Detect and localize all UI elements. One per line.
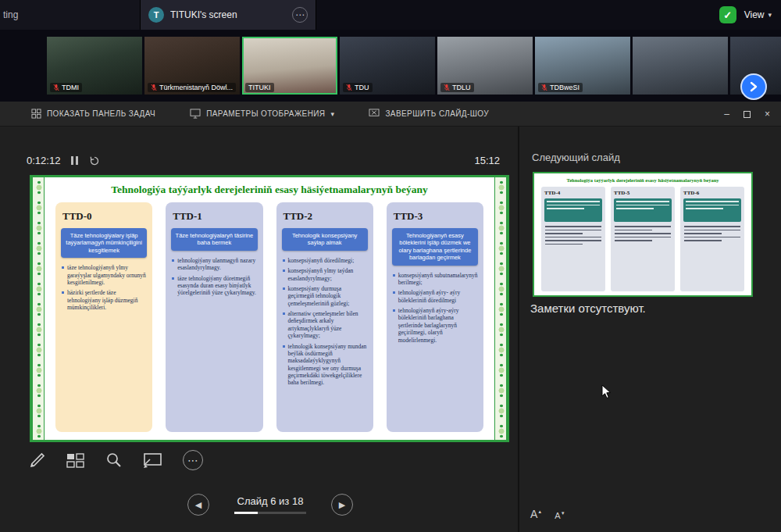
participant-name: Türkmenistanyň Döwl... [159,84,233,91]
mic-muted-icon [151,84,157,91]
previous-slide-button[interactable]: ◀ [187,494,209,516]
display-settings-button[interactable]: ПАРАМЕТРЫ ОТОБРАЖЕНИЯ ▾ [190,109,334,119]
column-header: TTD-4 [544,190,602,196]
font-down-icon: ▼ [561,511,565,516]
elapsed-time: 0:12:12 [27,155,60,166]
participant-video[interactable]: TDU [340,37,435,95]
show-taskbar-button[interactable]: ПОКАЗАТЬ ПАНЕЛЬ ЗАДАЧ [31,109,155,119]
filmstrip-next-page-button[interactable] [740,73,767,100]
increase-notes-font-button[interactable]: A▲ [530,508,542,520]
font-up-label: A [530,508,537,520]
column-subtitle-box: Tehnologik konsepsiýany saýlap almak [282,228,368,251]
end-slideshow-icon [369,109,380,119]
next-slide-title: Tehnologiýa taýýarlyk derejeleriniň esas… [539,177,747,183]
next-slide-column-ttd4: TTD-4 [541,187,605,291]
column-header: TTD-2 [284,210,368,223]
slide-ornament-right [494,177,507,440]
zoom-slide-button[interactable] [105,451,123,470]
bullet-item: tehnologik konsepsiýany mundan beýläk ös… [282,343,368,387]
participant-video[interactable]: TDBweSI [535,37,630,95]
participant-video[interactable]: TDLU [437,37,533,95]
tab-bar-spacer [316,0,719,30]
slide-ornament-left [32,177,45,440]
pause-timer-button[interactable] [71,156,78,165]
maximize-button[interactable] [744,111,751,118]
bullet-item: täze tehnologiýany döretmegiň esasynda d… [171,275,257,297]
next-slide-column-ttd6: TTD-6 [680,187,744,291]
tab-shared-screen[interactable]: T TITUKI's screen ⋯ [141,0,316,30]
view-label: View [744,9,765,20]
slide-column-ttd3: TTD-3 Tehnologiýanyň esasy böleklerini i… [387,202,483,432]
bullet-item: tehnologiýanyň aýry- aýry bölekleriniň d… [392,289,478,304]
arrow-left-icon: ◀ [195,500,201,510]
black-screen-button[interactable] [142,451,164,470]
participant-video[interactable]: TDMI [47,37,142,95]
participant-name: TDBweSI [550,84,580,91]
tab-shared-screen-label: TITUKI's screen [170,9,286,20]
pen-tool-button[interactable] [28,451,47,470]
mic-muted-icon [346,84,352,91]
minimize-button[interactable]: – [724,109,729,120]
participant-name: TITUKI [248,84,271,91]
bullet-item: konsepsiýanyň ylmy taýdan esaslandyrylma… [282,267,368,282]
tab-avatar: T [148,7,164,23]
bullet-item: täze tehnologiýanyň ylmy garaýyşlar ulga… [61,264,147,286]
column-bullet-list: konsepsiýanyň döredilmegi; konsepsiýanyň… [282,257,368,390]
end-slideshow-button[interactable]: ЗАВЕРШИТЬ СЛАЙД-ШОУ [369,109,489,119]
next-slide-button[interactable]: ▶ [331,494,353,516]
column-bullet-list: tehnologiýany ulanmagyň nazary esaslandy… [171,257,257,300]
chevron-down-icon: ▾ [768,11,772,19]
next-slide-thumbnail[interactable]: Tehnologiýa taýýarlyk derejeleriniň esas… [533,172,753,297]
current-time: 15:12 [474,155,500,166]
participant-name-badge: TDMI [50,83,82,92]
column-subtitle-box: Täze tehnologiýalary işläp taýýarlamagyň… [61,228,147,258]
slideshow-tools: ⋯ [28,450,203,470]
next-slide-column-ttd5: TTD-5 [611,187,675,291]
bullet-item: alternatiw çemeleşmeler bilen deňeşdirme… [282,310,368,340]
column-subtitle-box [683,198,741,222]
bullet-item: häzirki şertlerde täze tehnologiýany işl… [61,289,147,311]
mic-muted-icon [53,84,59,91]
participant-name: TDLU [452,84,471,91]
column-subtitle-box [614,198,672,222]
more-options-button[interactable]: ⋯ [183,450,203,470]
restart-timer-button[interactable] [89,155,100,166]
check-icon: ✓ [723,9,732,21]
participant-name-badge: TDLU [440,83,474,92]
slide-progress-bar [234,512,306,514]
column-header: TTD-3 [394,210,478,223]
notes-placeholder: Заметки отсутствуют. [530,302,646,315]
close-button[interactable]: × [765,109,770,120]
view-menu-button[interactable]: View ▾ [744,9,772,20]
column-subtitle-box: Täze tehnologiýalaryň täsirine baha berm… [171,228,257,251]
participant-video-cropped[interactable] [633,37,728,95]
column-header: TTD-6 [683,190,741,196]
slide-progress-fill [234,512,258,514]
bullet-item: tehnologiýanyň aýry-aýry bölekleriniň ba… [392,307,478,344]
slide-counter: Слайд 6 из 18 [237,495,304,507]
tab-menu-button[interactable]: ⋯ [292,7,308,23]
taskbar-grid-icon [31,109,41,119]
current-slide[interactable]: Tehnologiýa taýýarlyk derejeleriniň esas… [30,175,509,442]
presenter-toolbar: ПОКАЗАТЬ ПАНЕЛЬ ЗАДАЧ ПАРАМЕТРЫ ОТОБРАЖЕ… [0,102,781,127]
mic-muted-icon [541,84,547,91]
decrease-notes-font-button[interactable]: A▼ [555,511,565,520]
column-header: TTD-0 [62,210,147,223]
presenter-main-area: 0:12:12 15:12 Tehnologiýa taýýarlyk dere… [0,127,518,532]
participant-video[interactable]: Türkmenistanyň Döwl... [144,37,240,95]
arrow-right-icon: ▶ [339,500,345,510]
ellipsis-icon: ⋯ [295,9,305,20]
mic-muted-icon [444,84,450,91]
font-up-icon: ▲ [537,509,542,514]
display-settings-label: ПАРАМЕТРЫ ОТОБРАЖЕНИЯ [206,109,325,118]
slide-column-ttd2: TTD-2 Tehnologik konsepsiýany saýlap alm… [276,202,373,432]
column-bullet-list: konsepsiýanyň subutnamalarynyň berilmegi… [392,272,478,347]
participant-name: TDMI [62,84,79,91]
participant-video-active-speaker[interactable]: TITUKI [242,37,337,95]
participant-name-badge: Türkmenistanyň Döwl... [148,83,236,92]
security-shield-icon[interactable]: ✓ [719,6,736,23]
chevron-right-icon [749,81,758,92]
show-taskbar-label: ПОКАЗАТЬ ПАНЕЛЬ ЗАДАЧ [47,109,155,118]
tab-meeting[interactable]: ting [0,0,141,30]
see-all-slides-button[interactable] [66,451,86,470]
